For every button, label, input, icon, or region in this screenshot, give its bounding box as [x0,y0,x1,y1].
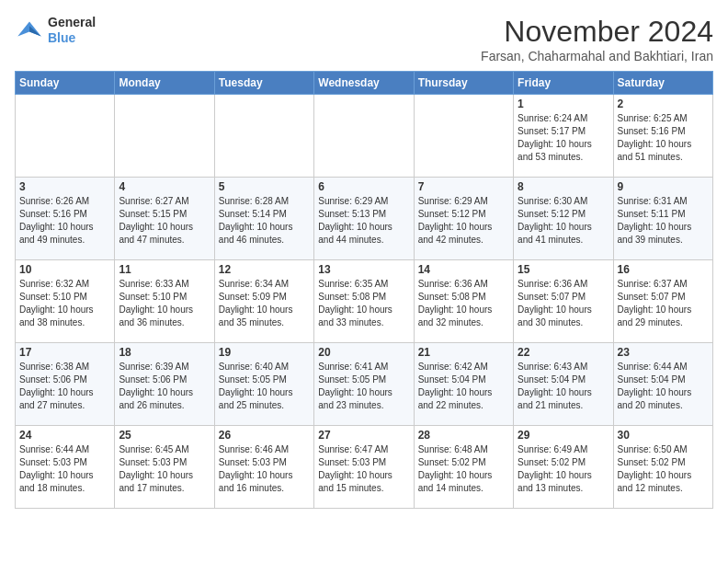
logo-text: General Blue [48,15,96,46]
weekday-header: Monday [115,72,214,95]
day-number: 29 [518,429,609,442]
day-info: Sunrise: 6:50 AM Sunset: 5:02 PM Dayligh… [618,443,709,495]
day-info: Sunrise: 6:26 AM Sunset: 5:16 PM Dayligh… [19,195,110,247]
day-number: 18 [119,346,210,359]
calendar-cell: 1Sunrise: 6:24 AM Sunset: 5:17 PM Daylig… [514,95,613,178]
calendar-body: 1Sunrise: 6:24 AM Sunset: 5:17 PM Daylig… [16,95,713,509]
day-info: Sunrise: 6:37 AM Sunset: 5:07 PM Dayligh… [618,278,709,329]
svg-marker-1 [29,26,41,36]
day-number: 28 [418,429,509,442]
logo-icon [15,16,44,45]
day-number: 10 [19,263,110,276]
day-info: Sunrise: 6:49 AM Sunset: 5:02 PM Dayligh… [518,443,609,495]
calendar-cell: 15Sunrise: 6:36 AM Sunset: 5:07 PM Dayli… [514,260,613,343]
calendar-cell: 11Sunrise: 6:33 AM Sunset: 5:10 PM Dayli… [115,260,214,343]
day-info: Sunrise: 6:38 AM Sunset: 5:06 PM Dayligh… [19,361,110,412]
day-number: 5 [219,180,310,193]
day-number: 15 [518,263,609,276]
calendar-cell: 10Sunrise: 6:32 AM Sunset: 5:10 PM Dayli… [16,260,115,343]
day-number: 16 [618,263,709,276]
calendar-cell: 25Sunrise: 6:45 AM Sunset: 5:03 PM Dayli… [115,426,214,509]
day-number: 26 [219,429,310,442]
location-subtitle: Farsan, Chaharmahal and Bakhtiari, Iran [481,49,713,63]
day-info: Sunrise: 6:41 AM Sunset: 5:05 PM Dayligh… [318,361,409,412]
day-number: 14 [418,263,509,276]
calendar-cell: 16Sunrise: 6:37 AM Sunset: 5:07 PM Dayli… [613,260,712,343]
calendar-cell: 8Sunrise: 6:30 AM Sunset: 5:12 PM Daylig… [514,178,613,260]
calendar-cell: 21Sunrise: 6:42 AM Sunset: 5:04 PM Dayli… [414,343,513,426]
calendar-cell: 3Sunrise: 6:26 AM Sunset: 5:16 PM Daylig… [16,178,115,260]
calendar-cell: 12Sunrise: 6:34 AM Sunset: 5:09 PM Dayli… [214,260,313,343]
calendar-row: 10Sunrise: 6:32 AM Sunset: 5:10 PM Dayli… [16,260,713,343]
day-info: Sunrise: 6:34 AM Sunset: 5:09 PM Dayligh… [219,278,310,329]
weekday-header: Tuesday [214,72,313,95]
day-info: Sunrise: 6:42 AM Sunset: 5:04 PM Dayligh… [418,361,509,412]
day-info: Sunrise: 6:36 AM Sunset: 5:08 PM Dayligh… [418,278,509,329]
calendar-cell: 26Sunrise: 6:46 AM Sunset: 5:03 PM Dayli… [214,426,313,509]
weekday-header: Sunday [16,72,115,95]
calendar-cell [115,95,214,178]
day-number: 11 [119,263,210,276]
day-number: 6 [318,180,409,193]
day-number: 1 [518,98,609,110]
calendar-cell: 9Sunrise: 6:31 AM Sunset: 5:11 PM Daylig… [613,178,712,260]
weekday-header: Thursday [414,72,513,95]
weekday-header: Friday [514,72,613,95]
day-number: 7 [418,180,509,193]
day-info: Sunrise: 6:46 AM Sunset: 5:03 PM Dayligh… [219,443,310,495]
calendar-cell: 20Sunrise: 6:41 AM Sunset: 5:05 PM Dayli… [314,343,414,426]
title-block: November 2024 Farsan, Chaharmahal and Ba… [481,15,713,63]
day-number: 20 [318,346,409,359]
day-number: 25 [119,429,210,442]
day-info: Sunrise: 6:35 AM Sunset: 5:08 PM Dayligh… [318,278,409,329]
calendar-cell: 29Sunrise: 6:49 AM Sunset: 5:02 PM Dayli… [514,426,613,509]
day-info: Sunrise: 6:48 AM Sunset: 5:02 PM Dayligh… [418,443,509,495]
calendar-cell [16,95,115,178]
calendar-cell: 2Sunrise: 6:25 AM Sunset: 5:16 PM Daylig… [613,95,712,178]
day-info: Sunrise: 6:24 AM Sunset: 5:17 PM Dayligh… [518,112,609,164]
day-info: Sunrise: 6:47 AM Sunset: 5:03 PM Dayligh… [318,443,409,495]
day-number: 30 [618,429,709,442]
day-number: 21 [418,346,509,359]
calendar-cell: 7Sunrise: 6:29 AM Sunset: 5:12 PM Daylig… [414,178,513,260]
calendar-header-row: SundayMondayTuesdayWednesdayThursdayFrid… [16,72,713,95]
page-header: General Blue November 2024 Farsan, Chaha… [15,15,713,63]
calendar-cell: 27Sunrise: 6:47 AM Sunset: 5:03 PM Dayli… [314,426,414,509]
calendar-row: 1Sunrise: 6:24 AM Sunset: 5:17 PM Daylig… [16,95,713,178]
calendar-cell: 13Sunrise: 6:35 AM Sunset: 5:08 PM Dayli… [314,260,414,343]
day-info: Sunrise: 6:25 AM Sunset: 5:16 PM Dayligh… [618,112,709,164]
day-info: Sunrise: 6:29 AM Sunset: 5:13 PM Dayligh… [318,195,409,247]
calendar-row: 24Sunrise: 6:44 AM Sunset: 5:03 PM Dayli… [16,426,713,509]
day-info: Sunrise: 6:43 AM Sunset: 5:04 PM Dayligh… [518,361,609,412]
day-number: 13 [318,263,409,276]
calendar-cell: 19Sunrise: 6:40 AM Sunset: 5:05 PM Dayli… [214,343,313,426]
day-info: Sunrise: 6:36 AM Sunset: 5:07 PM Dayligh… [518,278,609,329]
day-info: Sunrise: 6:30 AM Sunset: 5:12 PM Dayligh… [518,195,609,247]
day-info: Sunrise: 6:44 AM Sunset: 5:04 PM Dayligh… [618,361,709,412]
day-number: 9 [618,180,709,193]
calendar-cell: 22Sunrise: 6:43 AM Sunset: 5:04 PM Dayli… [514,343,613,426]
day-info: Sunrise: 6:31 AM Sunset: 5:11 PM Dayligh… [618,195,709,247]
day-info: Sunrise: 6:44 AM Sunset: 5:03 PM Dayligh… [19,443,110,495]
day-info: Sunrise: 6:29 AM Sunset: 5:12 PM Dayligh… [418,195,509,247]
day-number: 17 [19,346,110,359]
calendar-cell: 5Sunrise: 6:28 AM Sunset: 5:14 PM Daylig… [214,178,313,260]
calendar-row: 17Sunrise: 6:38 AM Sunset: 5:06 PM Dayli… [16,343,713,426]
calendar-cell: 24Sunrise: 6:44 AM Sunset: 5:03 PM Dayli… [16,426,115,509]
month-title: November 2024 [481,15,713,49]
day-number: 19 [219,346,310,359]
calendar-cell: 23Sunrise: 6:44 AM Sunset: 5:04 PM Dayli… [613,343,712,426]
day-info: Sunrise: 6:32 AM Sunset: 5:10 PM Dayligh… [19,278,110,329]
day-number: 12 [219,263,310,276]
calendar-cell: 17Sunrise: 6:38 AM Sunset: 5:06 PM Dayli… [16,343,115,426]
day-info: Sunrise: 6:27 AM Sunset: 5:15 PM Dayligh… [119,195,210,247]
day-number: 4 [119,180,210,193]
day-number: 8 [518,180,609,193]
calendar-table: SundayMondayTuesdayWednesdayThursdayFrid… [15,71,713,509]
calendar-row: 3Sunrise: 6:26 AM Sunset: 5:16 PM Daylig… [16,178,713,260]
logo: General Blue [15,15,96,46]
day-number: 3 [19,180,110,193]
day-number: 22 [518,346,609,359]
weekday-header: Saturday [613,72,712,95]
day-number: 24 [19,429,110,442]
